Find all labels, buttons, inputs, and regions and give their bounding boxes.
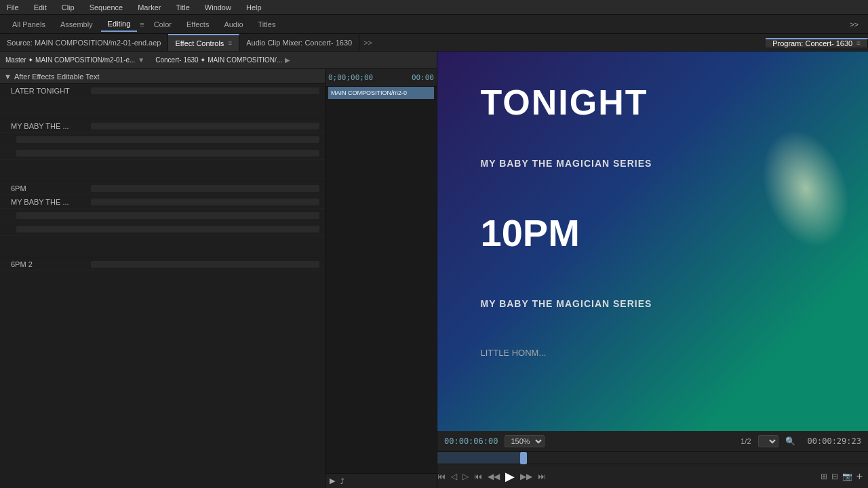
ae-triangle-icon: ▼: [4, 73, 12, 81]
effect-controls-menu-icon[interactable]: ≡: [228, 39, 232, 47]
pm-mark-out-btn[interactable]: ▷: [462, 472, 469, 481]
pm-video-area: TONIGHT MY BABY THE MAGICIAN SERIES 10PM…: [437, 52, 868, 431]
pm-light-effect: [747, 117, 865, 260]
ae-row-3: [0, 133, 325, 146]
tab-audio-mixer-label: Audio Clip Mixer: Concert- 1630: [246, 39, 352, 47]
pm-video-bg: TONIGHT MY BABY THE MAGICIAN SERIES 10PM…: [437, 52, 868, 431]
ae-row-8-bar: [16, 226, 319, 232]
ae-row-0-label: LATER TONIGHT: [11, 87, 85, 95]
master-dropdown-icon[interactable]: ▼: [138, 56, 144, 64]
tab-effect-controls[interactable]: Effect Controls ≡: [168, 34, 239, 51]
ae-row-9-label: 6PM 2: [11, 260, 85, 268]
ws-color[interactable]: Color: [147, 18, 178, 31]
menu-help[interactable]: Help: [243, 2, 264, 13]
pm-scrub-playhead[interactable]: [520, 452, 527, 464]
master-label: Master ✦ MAIN COMPOSITION/m2-01-e...: [5, 56, 135, 64]
tab-program-monitor[interactable]: Program: Concert- 1630 ≡: [766, 38, 868, 47]
ae-row-6-bar: [91, 199, 319, 205]
tab-source-label: Source: MAIN COMPOSITION/m2-01-end.aep: [7, 39, 161, 47]
ae-row-9[interactable]: 6PM 2: [0, 258, 325, 271]
pm-step-fwd-btn[interactable]: ▶▶: [520, 472, 532, 481]
ec-header: Master ✦ MAIN COMPOSITION/m2-01-e... ▼ C…: [0, 52, 437, 69]
ae-row-2-bar: [91, 123, 319, 129]
ae-row-0[interactable]: LATER TONIGHT: [0, 84, 325, 98]
menu-edit[interactable]: Edit: [31, 2, 50, 13]
pm-text-partial: LITTLE HONM...: [481, 348, 547, 358]
pm-scrub-bar[interactable]: [437, 451, 868, 464]
pm-zoom-select[interactable]: 150% 100% 75% 50% 25% Fit: [505, 435, 545, 447]
ec-clip-bar: MAIN COMPOSITION/m2-0: [328, 87, 434, 100]
menu-file[interactable]: File: [4, 2, 22, 13]
panel-tabs-more[interactable]: >>: [359, 34, 376, 51]
pm-tab-label: Program: Concert- 1630: [772, 39, 852, 47]
ae-row-3-bar: [16, 136, 319, 143]
clip-label: Concert- 1630 ✦ MAIN COMPOSITION/...: [155, 56, 282, 64]
ae-row-spacer-0: [0, 98, 325, 119]
pm-controls: ⏮ ◁ ▷ ⏮ ◀◀ ▶ ▶▶ ⏭ ⊞ ⊟ 📷 +: [437, 464, 868, 488]
clip-composition-selector[interactable]: Concert- 1630 ✦ MAIN COMPOSITION/... ▶: [155, 56, 290, 64]
ae-row-8: [0, 222, 325, 236]
main-layout: Master ✦ MAIN COMPOSITION/m2-01-e... ▼ C…: [0, 52, 868, 488]
pm-timecode-end: 00:00:29:23: [808, 436, 861, 446]
pm-timecode-bar: 00:00:06:00 150% 100% 75% 50% 25% Fit 1/…: [437, 431, 868, 451]
pm-overwrite-btn[interactable]: ⊟: [831, 472, 838, 481]
menu-window[interactable]: Window: [202, 2, 234, 13]
master-composition-selector[interactable]: Master ✦ MAIN COMPOSITION/m2-01-e... ▼: [5, 56, 144, 64]
ec-bottom-controls: ▶ ⤴: [326, 473, 437, 488]
pm-text-tonight: TONIGHT: [481, 82, 648, 123]
pm-text-series2: MY BABY THE MAGICIAN SERIES: [481, 298, 652, 309]
ec-timeline-header: 0;00;00;00 00:00: [326, 69, 437, 87]
ae-row-4: [0, 146, 325, 160]
pm-fraction-select[interactable]: ▼: [758, 435, 778, 447]
menu-clip[interactable]: Clip: [59, 2, 77, 13]
ae-row-5-bar: [91, 185, 319, 192]
ec-play-btn[interactable]: ▶: [330, 476, 335, 485]
pm-scrub-fill: [437, 452, 524, 464]
workspace-bar: All Panels Assembly Editing ≡ Color Effe…: [0, 15, 868, 34]
ec-timecode-end: 00:00: [412, 73, 434, 82]
ws-assembly[interactable]: Assembly: [54, 18, 100, 31]
menu-sequence[interactable]: Sequence: [87, 2, 126, 13]
tab-effect-controls-label: Effect Controls: [175, 39, 224, 47]
ws-effects[interactable]: Effects: [180, 18, 216, 31]
pm-insert-btn[interactable]: ⊞: [821, 472, 827, 481]
pm-camera-btn[interactable]: 📷: [842, 472, 852, 481]
clip-dropdown-icon[interactable]: ▶: [285, 56, 290, 64]
ec-clip-block[interactable]: MAIN COMPOSITION/m2-0: [328, 87, 434, 99]
ae-row-5[interactable]: 6PM: [0, 182, 325, 195]
pm-shuttle-left-btn[interactable]: ⏮: [437, 472, 446, 481]
pm-magnifier-icon[interactable]: 🔍: [785, 436, 795, 446]
ae-row-2[interactable]: MY BABY THE ...: [0, 119, 325, 133]
pm-mark-in-btn[interactable]: ◁: [451, 472, 457, 481]
ec-export-btn[interactable]: ⤴: [340, 477, 344, 485]
menu-marker[interactable]: Marker: [135, 2, 163, 13]
pm-go-out-btn[interactable]: ⏭: [538, 472, 546, 481]
tab-audio-mixer[interactable]: Audio Clip Mixer: Concert- 1630: [239, 34, 359, 51]
ws-titles[interactable]: Titles: [252, 18, 283, 31]
pm-step-back-btn[interactable]: ◀◀: [488, 472, 500, 481]
pm-text-time: 10PM: [481, 211, 580, 255]
pm-go-in-btn[interactable]: ⏮: [474, 472, 482, 481]
ae-row-6-label: MY BABY THE ...: [11, 198, 85, 206]
pm-right-controls: ⊞ ⊟ 📷 +: [821, 470, 868, 483]
tab-source[interactable]: Source: MAIN COMPOSITION/m2-01-end.aep: [0, 34, 168, 51]
pm-tab-menu-icon[interactable]: ≡: [856, 39, 861, 47]
pm-timecode-current[interactable]: 00:00:06:00: [444, 436, 498, 446]
program-monitor-panel: TONIGHT MY BABY THE MAGICIAN SERIES 10PM…: [437, 52, 868, 488]
pm-fraction: 1/2: [741, 437, 751, 445]
pm-play-btn[interactable]: ▶: [505, 469, 515, 484]
ae-row-2-label: MY BABY THE ...: [11, 122, 85, 130]
ec-timecode-start: 0;00;00;00: [328, 73, 373, 82]
ws-audio[interactable]: Audio: [217, 18, 250, 31]
ec-body: ▼ After Effects Editable Text LATER TONI…: [0, 69, 437, 488]
pm-add-btn[interactable]: +: [856, 470, 863, 483]
ws-more[interactable]: >>: [846, 18, 863, 31]
menu-title[interactable]: Title: [173, 2, 192, 13]
ae-row-7: [0, 209, 325, 222]
ws-all-panels[interactable]: All Panels: [5, 18, 52, 31]
ec-mini-timeline: 0;00;00;00 00:00 MAIN COMPOSITION/m2-0 0…: [326, 69, 437, 488]
ae-row-6[interactable]: MY BABY THE ...: [0, 195, 325, 209]
ae-section-header[interactable]: ▼ After Effects Editable Text: [0, 69, 325, 84]
ae-row-spacer-2: [0, 236, 325, 258]
ws-editing[interactable]: Editing: [101, 17, 138, 32]
